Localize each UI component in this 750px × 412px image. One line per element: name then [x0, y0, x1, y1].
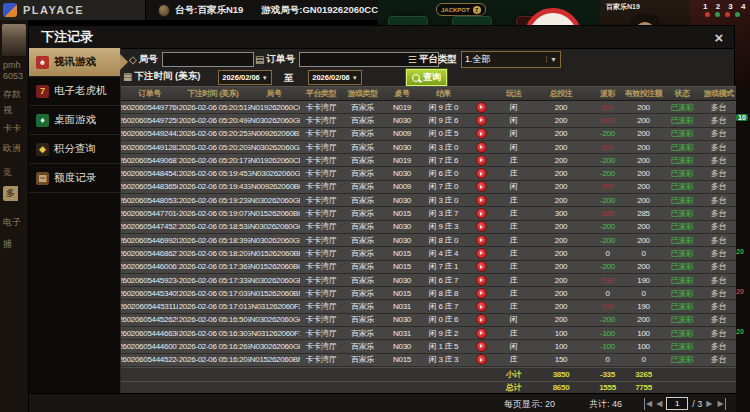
cell-result: 闲 6 庄 0: [421, 167, 466, 179]
replay-icon[interactable]: [476, 354, 487, 365]
replay-icon[interactable]: [476, 314, 487, 325]
table-row: 2602060544592342026-02-06 05:17:33GN0302…: [121, 274, 736, 287]
bet-time-filter: ▦ 下注时间 (美东): [123, 70, 200, 83]
cell-round: GN019262060CC: [248, 101, 300, 113]
platform-select-value: 1.全部: [465, 53, 491, 66]
replay-icon[interactable]: [476, 221, 487, 232]
cell-round: GN030262060GI: [248, 167, 300, 179]
header-result: 结果: [421, 87, 466, 100]
replay-cell: [466, 287, 496, 299]
replay-icon[interactable]: [476, 181, 487, 192]
cell-valid: 0: [624, 354, 663, 366]
replay-icon[interactable]: [476, 102, 487, 113]
subtotal-bet: 3850: [531, 368, 591, 381]
page-count-label: / 3: [692, 399, 702, 409]
replay-cell: [466, 221, 496, 233]
header-payout: 派彩: [591, 87, 624, 100]
platform-select[interactable]: 1.全部 ▼: [461, 51, 561, 68]
header-total-bet: 总投注: [531, 87, 591, 100]
cell-round: GN009262060B1: [248, 128, 300, 140]
replay-icon[interactable]: [476, 301, 487, 312]
sidebar-item-label: 额度记录: [54, 171, 96, 185]
cell-order: 260206054484542: [121, 167, 178, 179]
cell-payout: 190: [591, 274, 624, 286]
replay-cell: [466, 114, 496, 126]
replay-icon[interactable]: [476, 168, 487, 179]
first-page-icon[interactable]: ◀: [644, 398, 652, 410]
close-icon[interactable]: ×: [710, 28, 728, 46]
cell-time: 2026-02-06 05:20:25: [178, 128, 248, 140]
bead-road-numbers: 1 2 3 4: [703, 2, 748, 11]
search-button[interactable]: 查询: [406, 69, 447, 86]
replay-icon[interactable]: [476, 208, 487, 219]
date-to-picker[interactable]: 2026/02/06 ▼: [308, 70, 362, 85]
replay-icon[interactable]: [476, 261, 487, 272]
cell-time: 2026-02-06 05:19:43: [178, 181, 248, 193]
sidebar-item-label: 积分查询: [54, 142, 96, 156]
cell-game: 百家乐: [342, 261, 383, 273]
replay-icon[interactable]: [476, 341, 487, 352]
sidebar-item-quota-records[interactable]: ▤ 额度记录: [29, 164, 120, 193]
cell-table: N030: [383, 141, 421, 153]
replay-cell: [466, 128, 496, 140]
cell-platform: 卡卡湾厅: [300, 234, 342, 246]
round-input[interactable]: [162, 52, 254, 67]
replay-icon[interactable]: [476, 128, 487, 139]
cell-round: GN030262060GK: [248, 114, 300, 126]
date-from-picker[interactable]: 2026/02/06 ▼: [218, 70, 272, 85]
round-filter: ◇ 局号: [129, 52, 254, 67]
modal-sidebar: ♠ 视讯游戏 7 电子老虎机 ♦ 桌面游戏 ◆ 积分查询 ▤ 额度记录: [29, 48, 121, 412]
header-platform: 平台类型: [300, 87, 342, 100]
cell-time: 2026-02-06 05:17:33: [178, 274, 248, 286]
jackpot-count: 7: [473, 6, 481, 14]
sidebar-item-slots[interactable]: 7 电子老虎机: [29, 77, 120, 106]
last-page-icon[interactable]: ▶: [717, 398, 726, 410]
document-icon: ▤: [36, 172, 49, 185]
replay-icon[interactable]: [476, 248, 487, 259]
cell-bet: 200: [531, 141, 591, 153]
cell-time: 2026-02-06 05:20:20: [178, 141, 248, 153]
cell-play: 庄: [496, 207, 531, 219]
cell-time: 2026-02-06 05:19:45: [178, 167, 248, 179]
cell-order: 260206054460061: [121, 261, 178, 273]
cell-bet: 200: [531, 247, 591, 259]
cell-payout: -200: [591, 221, 624, 233]
cell-payout: 200: [591, 141, 624, 153]
cell-play: 庄: [496, 287, 531, 299]
replay-icon[interactable]: [476, 235, 487, 246]
cell-play: 庄: [496, 274, 531, 286]
table-row: 2602060544452242026-02-06 05:16:20GN0152…: [121, 354, 736, 367]
cell-table: N030: [383, 340, 421, 352]
replay-icon[interactable]: [476, 115, 487, 126]
cell-platform: 卡卡湾厅: [300, 194, 342, 206]
cell-payout: -200: [591, 314, 624, 326]
replay-cell: [466, 141, 496, 153]
sidebar-item-video-games[interactable]: ♠ 视讯游戏: [29, 48, 120, 77]
date-range-to-label: 至: [284, 72, 294, 85]
cell-play: 庄: [496, 354, 531, 366]
replay-icon[interactable]: [476, 195, 487, 206]
table-row: 2602060544600612026-02-06 05:17:36GN0152…: [121, 261, 736, 274]
replay-icon[interactable]: [476, 288, 487, 299]
sidebar-item-table-games[interactable]: ♦ 桌面游戏: [29, 106, 120, 135]
cell-payout: -200: [591, 154, 624, 166]
sidebar-item-label: 电子老虎机: [54, 84, 107, 98]
cell-payout: 285: [591, 207, 624, 219]
cell-round: GN015262060BN: [248, 287, 300, 299]
replay-icon[interactable]: [476, 155, 487, 166]
replay-icon[interactable]: [476, 142, 487, 153]
prev-page-icon[interactable]: ◀: [656, 398, 662, 410]
cell-time: 2026-02-06 05:16:50: [178, 314, 248, 326]
cell-status: 已派彩: [663, 141, 701, 153]
list-icon: ☰: [408, 54, 417, 65]
page-input[interactable]: [666, 397, 688, 410]
replay-icon[interactable]: [476, 328, 487, 339]
cell-round: GN030262060GC: [248, 314, 300, 326]
sidebar-item-points[interactable]: ◆ 积分查询: [29, 135, 120, 164]
cell-platform: 卡卡湾厅: [300, 221, 342, 233]
replay-icon[interactable]: [476, 275, 487, 286]
cell-result: 闲 0 庄 5: [421, 128, 466, 140]
table-header: 订单号 下注时间 (美东) 局号 平台类型 游戏类型 桌号 结果 玩法 总投注 …: [121, 86, 736, 101]
cell-mode: 多台: [701, 194, 736, 206]
next-page-icon[interactable]: ▶: [706, 398, 712, 410]
